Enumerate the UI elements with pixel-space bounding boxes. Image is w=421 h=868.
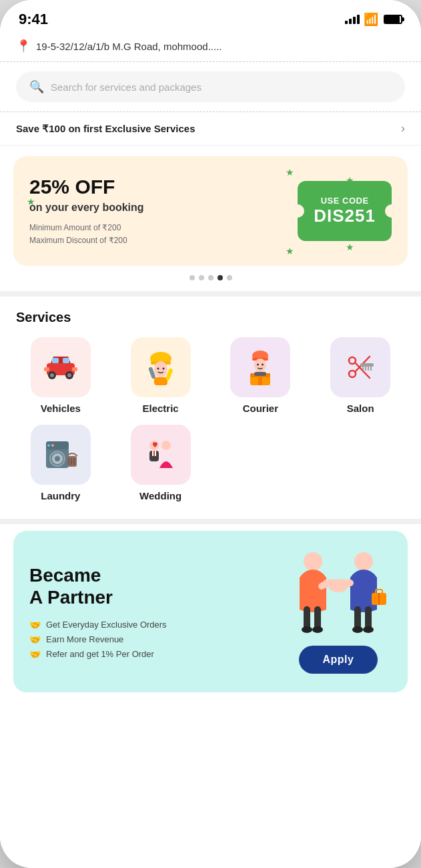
benefit-1-icon: 🤝 xyxy=(29,620,41,630)
svg-point-52 xyxy=(304,552,322,571)
svg-rect-30 xyxy=(360,363,374,367)
banner-left: 25% OFF on your every booking Minimum Am… xyxy=(29,175,298,247)
svg-rect-53 xyxy=(304,606,310,630)
banner-card: ★ ★ ★ ★ ★ 25% OFF on your every booking … xyxy=(13,156,408,266)
electric-label: Electric xyxy=(143,403,179,414)
star-icon: ★ xyxy=(286,246,294,256)
banner-section: ★ ★ ★ ★ ★ 25% OFF on your every booking … xyxy=(0,146,421,291)
search-section: 🔍 Search for services and packages xyxy=(0,62,421,112)
star-icon: ★ xyxy=(286,167,294,178)
svg-point-13 xyxy=(162,368,164,370)
svg-point-55 xyxy=(302,626,312,633)
services-title: Services xyxy=(16,310,405,325)
courier-icon-bg xyxy=(230,337,290,397)
divider-2 xyxy=(0,519,421,524)
svg-rect-14 xyxy=(154,377,167,385)
svg-rect-51 xyxy=(162,451,170,457)
svg-rect-1 xyxy=(52,358,59,363)
search-box[interactable]: 🔍 Search for services and packages xyxy=(16,71,405,102)
carousel-dot-3[interactable] xyxy=(208,275,214,280)
services-grid-row2: Laundry xyxy=(16,425,405,501)
battery-icon xyxy=(384,15,402,24)
svg-point-61 xyxy=(363,626,374,633)
svg-rect-8 xyxy=(72,367,77,371)
svg-point-20 xyxy=(257,364,259,366)
service-item-courier[interactable]: Courier xyxy=(216,337,306,414)
services-grid-row1: Vehicles xyxy=(16,337,405,414)
svg-point-4 xyxy=(50,373,54,377)
signal-icon xyxy=(345,15,360,24)
star-icon: ★ xyxy=(27,196,35,207)
vehicles-icon xyxy=(43,353,79,382)
promo-bar-text: Save ₹100 on first Exclusive Services xyxy=(16,123,195,135)
wedding-label: Wedding xyxy=(139,490,181,501)
wifi-icon: 📶 xyxy=(364,12,378,27)
service-item-wedding[interactable]: Wedding xyxy=(116,425,205,501)
banner-right: USE CODE DIS251 xyxy=(298,181,392,241)
svg-rect-2 xyxy=(63,358,69,363)
laundry-icon xyxy=(42,436,79,473)
svg-point-56 xyxy=(312,626,323,633)
courier-label: Courier xyxy=(243,403,278,414)
search-input[interactable]: Search for services and packages xyxy=(51,81,201,93)
location-bar[interactable]: 📍 19-5-32/12/a/1/b M.G Road, mohmood....… xyxy=(0,33,421,62)
benefit-2: 🤝 Earn More Revenue xyxy=(29,634,285,645)
partner-title: BecameA Partner xyxy=(29,564,285,609)
courier-icon xyxy=(244,349,277,385)
carousel-dot-2[interactable] xyxy=(199,275,204,280)
service-item-electric[interactable]: Electric xyxy=(116,337,205,414)
partner-left: BecameA Partner 🤝 Get Everyday Exclusive… xyxy=(29,564,285,660)
service-item-laundry[interactable]: Laundry xyxy=(16,425,105,501)
partner-benefits: 🤝 Get Everyday Exclusive Orders 🤝 Earn M… xyxy=(29,620,285,660)
promo-bar[interactable]: Save ₹100 on first Exclusive Services › xyxy=(0,112,421,146)
vehicles-icon-bg xyxy=(31,337,91,397)
svg-rect-7 xyxy=(44,367,49,371)
carousel-dot-4[interactable] xyxy=(218,275,223,280)
svg-point-60 xyxy=(352,626,363,633)
carousel-dot-1[interactable] xyxy=(189,275,195,280)
carousel-dots xyxy=(13,275,408,280)
divider-1 xyxy=(0,291,421,296)
carousel-dot-5[interactable] xyxy=(227,275,232,280)
svg-point-21 xyxy=(262,364,264,366)
benefit-2-icon: 🤝 xyxy=(29,634,41,645)
service-item-salon[interactable]: Salon xyxy=(316,337,405,414)
status-icons: 📶 xyxy=(345,12,402,27)
banner-min-amount: Minimum Amount of ₹200 Maximum Discount … xyxy=(29,222,298,247)
svg-point-40 xyxy=(47,444,50,447)
svg-rect-45 xyxy=(73,458,75,465)
coupon-label: USE CODE xyxy=(314,196,376,206)
laundry-icon-bg xyxy=(31,425,91,485)
salon-label: Salon xyxy=(347,403,374,414)
coupon-button[interactable]: USE CODE DIS251 xyxy=(298,181,392,241)
coupon-code: DIS251 xyxy=(314,206,376,226)
svg-point-6 xyxy=(67,373,71,377)
svg-rect-58 xyxy=(354,606,361,630)
svg-point-19 xyxy=(254,359,266,372)
svg-point-57 xyxy=(354,552,373,571)
salon-icon-bg xyxy=(330,337,390,397)
svg-rect-49 xyxy=(153,451,155,456)
laundry-label: Laundry xyxy=(41,490,80,501)
svg-rect-43 xyxy=(68,458,69,465)
partner-right: Apply xyxy=(285,550,392,674)
services-section: Services xyxy=(0,296,421,519)
svg-point-39 xyxy=(55,456,60,461)
location-pin-icon: 📍 xyxy=(16,39,31,53)
wedding-icon xyxy=(142,436,179,473)
service-item-vehicles[interactable]: Vehicles xyxy=(16,337,105,414)
salon-icon xyxy=(343,350,378,385)
electric-icon xyxy=(144,349,177,385)
apply-button[interactable]: Apply xyxy=(299,646,378,674)
svg-point-12 xyxy=(157,368,159,370)
search-icon: 🔍 xyxy=(29,79,44,94)
partner-illustration xyxy=(285,550,392,636)
star-icon: ★ xyxy=(346,242,354,252)
benefit-3-icon: 🤝 xyxy=(29,649,41,660)
status-time: 9:41 xyxy=(19,11,48,28)
svg-rect-54 xyxy=(314,606,321,630)
svg-point-41 xyxy=(51,444,54,447)
svg-rect-44 xyxy=(71,458,72,465)
benefit-3: 🤝 Refer and get 1% Per Order xyxy=(29,649,285,660)
svg-point-11 xyxy=(154,361,167,377)
